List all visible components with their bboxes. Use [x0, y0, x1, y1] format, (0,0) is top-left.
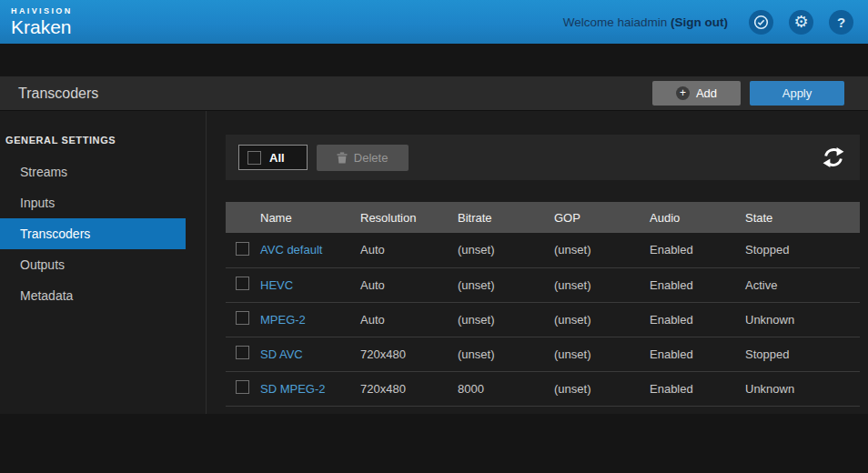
main-content: All Delete: [207, 111, 868, 414]
help-glyph: ?: [837, 15, 845, 30]
delete-button-label: Delete: [354, 151, 389, 165]
bitrate-cell: (unset): [458, 233, 554, 267]
app-root: HAIVISION Kraken Welcome haiadmin (Sign …: [0, 0, 868, 473]
audio-cell: Enabled: [650, 337, 745, 371]
haivision-kraken-logo: HAIVISION Kraken: [11, 7, 73, 36]
resolution-cell: 720x480: [360, 371, 458, 406]
sidebar: GENERAL SETTINGS Streams Inputs Transcod…: [0, 111, 207, 414]
resolution-cell: Auto: [360, 267, 458, 302]
name-cell: MPEG-2: [260, 302, 360, 337]
sidebar-item-inputs[interactable]: Inputs: [0, 187, 186, 218]
state-cell: Stopped: [745, 233, 860, 267]
name-cell: SD AVC: [260, 337, 360, 371]
col-header-state: State: [745, 202, 860, 233]
top-gap: [0, 44, 868, 76]
page-title: Transcoders: [18, 86, 98, 102]
status-check-icon[interactable]: [749, 10, 773, 35]
table-toolbar: All Delete: [226, 135, 860, 180]
help-icon[interactable]: ?: [829, 10, 853, 35]
sidebar-item-outputs[interactable]: Outputs: [0, 249, 186, 280]
transcoder-link[interactable]: SD MPEG-2: [260, 382, 326, 396]
sidebar-item-transcoders[interactable]: Transcoders: [0, 218, 186, 249]
transcoders-table: Name Resolution Bitrate GOP Audio State …: [226, 202, 860, 407]
trash-icon: [337, 152, 348, 164]
table-row: HEVC Auto (unset) (unset) Enabled Active: [226, 267, 860, 302]
resolution-cell: Auto: [360, 302, 458, 337]
table-row: AVC default Auto (unset) (unset) Enabled…: [226, 233, 860, 267]
add-button[interactable]: + Add: [652, 81, 741, 106]
page-body: GENERAL SETTINGS Streams Inputs Transcod…: [0, 111, 868, 414]
page-footer: [0, 414, 868, 473]
header-checkbox-col: [226, 202, 260, 233]
name-cell: HEVC: [260, 267, 360, 302]
sidebar-item-streams[interactable]: Streams: [0, 156, 186, 187]
col-header-bitrate: Bitrate: [458, 202, 554, 233]
gop-cell: (unset): [554, 233, 650, 267]
section-header: Transcoders + Add Apply: [0, 76, 868, 111]
resolution-cell: Auto: [360, 233, 458, 267]
apply-button[interactable]: Apply: [750, 81, 844, 106]
row-checkbox-cell: [226, 267, 260, 302]
topbar-right: Welcome haiadmin (Sign out) ⚙ ?: [563, 10, 853, 35]
refresh-arrows-glyph: [822, 146, 845, 168]
name-cell: AVC default: [260, 233, 360, 267]
gop-cell: (unset): [554, 337, 650, 371]
welcome-user-text: Welcome haiadmin: [563, 15, 668, 29]
bitrate-cell: (unset): [458, 302, 554, 337]
state-cell: Stopped: [745, 337, 860, 371]
col-header-resolution: Resolution: [360, 202, 458, 233]
sidebar-item-metadata[interactable]: Metadata: [0, 280, 186, 311]
row-checkbox-cell: [226, 302, 260, 337]
select-all-label: All: [269, 151, 285, 165]
row-checkbox[interactable]: [236, 346, 249, 359]
row-checkbox-cell: [226, 233, 260, 267]
plus-icon: +: [676, 86, 690, 100]
audio-cell: Enabled: [650, 302, 745, 337]
bitrate-cell: (unset): [458, 337, 554, 371]
row-checkbox[interactable]: [236, 380, 249, 394]
transcoder-link[interactable]: HEVC: [260, 278, 293, 292]
row-checkbox-cell: [226, 337, 260, 371]
logo-haivision-text: HAIVISION: [11, 7, 73, 15]
select-all-control[interactable]: All: [238, 145, 308, 170]
table-header: Name Resolution Bitrate GOP Audio State: [226, 202, 860, 233]
check-circle-glyph: [753, 15, 769, 30]
audio-cell: Enabled: [650, 371, 745, 406]
state-cell: Unknown: [745, 302, 860, 337]
refresh-icon[interactable]: [822, 146, 845, 168]
table-row: SD MPEG-2 720x480 8000 (unset) Enabled U…: [226, 371, 860, 406]
welcome-message: Welcome haiadmin (Sign out): [563, 15, 728, 29]
gop-cell: (unset): [554, 302, 650, 337]
logo-kraken-text: Kraken: [11, 17, 73, 36]
sign-out-link[interactable]: (Sign out): [671, 15, 728, 29]
gop-cell: (unset): [554, 371, 650, 406]
row-checkbox[interactable]: [236, 242, 249, 256]
bitrate-cell: (unset): [458, 267, 554, 302]
transcoder-link[interactable]: AVC default: [260, 243, 322, 257]
col-header-name: Name: [260, 202, 360, 233]
resolution-cell: 720x480: [360, 337, 458, 371]
gear-icon[interactable]: ⚙: [789, 10, 813, 35]
state-cell: Active: [745, 267, 860, 302]
gop-cell: (unset): [554, 267, 650, 302]
delete-button[interactable]: Delete: [317, 145, 409, 171]
audio-cell: Enabled: [650, 233, 745, 267]
transcoder-link[interactable]: SD AVC: [260, 347, 303, 361]
name-cell: SD MPEG-2: [260, 371, 360, 406]
row-checkbox-cell: [226, 371, 260, 406]
col-header-gop: GOP: [554, 202, 650, 233]
row-checkbox[interactable]: [236, 277, 249, 290]
topbar: HAIVISION Kraken Welcome haiadmin (Sign …: [0, 0, 868, 44]
header-buttons: + Add Apply: [652, 81, 844, 106]
bitrate-cell: 8000: [458, 371, 554, 406]
col-header-audio: Audio: [650, 202, 745, 233]
transcoder-link[interactable]: MPEG-2: [260, 313, 306, 327]
audio-cell: Enabled: [650, 267, 745, 302]
sidebar-section-label: GENERAL SETTINGS: [0, 135, 206, 146]
gear-glyph: ⚙: [793, 14, 808, 30]
row-checkbox[interactable]: [236, 311, 249, 325]
table-row: MPEG-2 Auto (unset) (unset) Enabled Unkn…: [226, 302, 860, 337]
select-all-checkbox[interactable]: [247, 151, 261, 165]
state-cell: Unknown: [745, 371, 860, 406]
add-button-label: Add: [696, 86, 717, 100]
